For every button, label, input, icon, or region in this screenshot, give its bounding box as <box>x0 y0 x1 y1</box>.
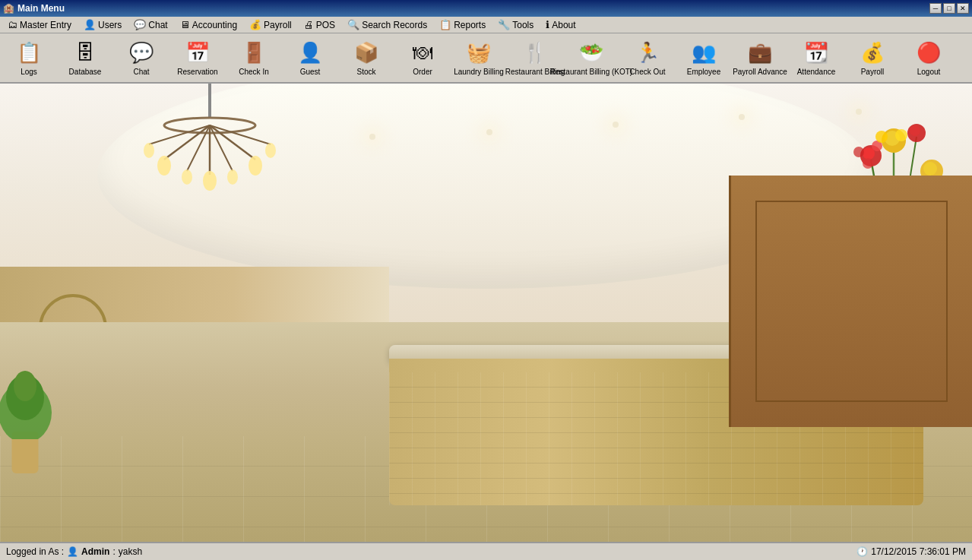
app-icon: 🏨 <box>3 3 14 14</box>
menu-bar: 🗂Master Entry👤Users💬Chat🖥Accounting💰Payr… <box>0 17 972 33</box>
svg-point-11 <box>144 143 154 158</box>
menu-icon-about: ℹ <box>546 19 549 30</box>
menu-item-master-entry[interactable]: 🗂Master Entry <box>2 17 78 33</box>
menu-icon-master-entry: 🗂 <box>8 19 17 30</box>
menu-icon-payroll: 💰 <box>249 19 261 30</box>
toolbar-btn-laundry-billing[interactable]: 🧺 Laundry Billing <box>451 36 506 80</box>
menu-icon-reports: 📋 <box>439 19 451 30</box>
toolbar-btn-attendance[interactable]: 📆 Attendance <box>789 36 844 80</box>
menu-item-users[interactable]: 👤Users <box>78 17 128 33</box>
toolbar-btn-database[interactable]: 🗄 Database <box>58 36 112 80</box>
menu-item-chat[interactable]: 💬Chat <box>128 17 173 33</box>
toolbar-btn-reservation[interactable]: 📅 Reservation <box>170 36 225 80</box>
menu-item-accounting[interactable]: 🖥Accounting <box>174 17 243 33</box>
toolbar-label-order: Order <box>413 68 432 77</box>
menu-item-payroll[interactable]: 💰Payroll <box>243 17 298 33</box>
app-title: Main Menu <box>17 3 65 14</box>
minimize-button[interactable]: ─ <box>929 3 942 14</box>
clock-icon: 🕐 <box>856 546 868 557</box>
admin-username: Admin <box>81 546 109 557</box>
logged-in-label: Logged in As : <box>6 546 64 557</box>
menu-item-reports[interactable]: 📋Reports <box>433 17 492 33</box>
svg-point-9 <box>157 156 171 176</box>
spotlight <box>486 129 492 135</box>
toolbar-icon-stock: 📦 <box>353 39 380 66</box>
toolbar-label-logs: Logs <box>21 68 37 77</box>
status-bar-left: Logged in As : 👤 Admin : yaksh <box>6 546 142 557</box>
toolbar-btn-stock[interactable]: 📦 Stock <box>339 36 394 80</box>
svg-point-15 <box>203 171 217 191</box>
spotlight <box>613 122 619 128</box>
user-status-icon: 👤 <box>67 546 78 557</box>
menu-item-pos[interactable]: 🖨POS <box>298 17 341 33</box>
toolbar-btn-logout[interactable]: 🔴 Logout <box>901 36 956 80</box>
toolbar-label-logout: Logout <box>917 68 941 77</box>
toolbar-label-payroll: Payroll <box>861 68 885 77</box>
toolbar-btn-order[interactable]: 🍽 Order <box>395 36 450 80</box>
toolbar-icon-logs: 📋 <box>15 39 43 66</box>
toolbar-icon-payroll-advance: 💼 <box>746 39 774 66</box>
title-bar: 🏨 Main Menu ─ □ ✕ <box>0 0 972 17</box>
toolbar-icon-check-in: 🚪 <box>240 39 268 66</box>
menu-item-search-records[interactable]: 🔍Search Records <box>341 17 433 33</box>
svg-point-38 <box>895 129 907 141</box>
menu-item-tools[interactable]: 🔧Tools <box>492 17 540 33</box>
menu-icon-search-records: 🔍 <box>347 19 359 30</box>
toolbar-label-attendance: Attendance <box>797 68 836 77</box>
toolbar-icon-guest: 👤 <box>296 39 324 66</box>
spotlight <box>739 114 745 120</box>
toolbar-btn-chat[interactable]: 💬 Chat <box>114 36 169 80</box>
menu-label-master-entry: Master Entry <box>20 20 71 30</box>
main-content <box>0 84 972 542</box>
toolbar-label-laundry-billing: Laundry Billing <box>454 68 504 77</box>
menu-icon-users: 👤 <box>84 19 96 30</box>
yaksh-name: yaksh <box>119 546 142 557</box>
title-bar-left: 🏨 Main Menu <box>3 3 65 14</box>
chandelier <box>126 84 293 251</box>
menu-item-about[interactable]: ℹAbout <box>540 17 581 33</box>
menu-label-reports: Reports <box>454 20 486 30</box>
menu-label-tools: Tools <box>512 20 533 30</box>
toolbar-label-check-out: Check Out <box>629 68 665 77</box>
toolbar-btn-restaurant-billing-kot[interactable]: 🥗 Restaurant Billing (KOT) <box>564 36 619 80</box>
toolbar-btn-check-out[interactable]: 🏃 Check Out <box>620 36 675 80</box>
toolbar-btn-logs[interactable]: 📋 Logs <box>2 36 56 80</box>
toolbar-btn-payroll[interactable]: 💰 Payroll <box>845 36 900 80</box>
hotel-background <box>0 84 972 542</box>
svg-point-37 <box>875 131 888 143</box>
menu-icon-tools: 🔧 <box>498 19 510 30</box>
datetime: 17/12/2015 7:36:01 PM <box>871 546 966 557</box>
svg-rect-0 <box>208 84 211 118</box>
toolbar-btn-guest[interactable]: 👤 Guest <box>283 36 337 80</box>
toolbar-btn-employee[interactable]: 👥 Employee <box>676 36 731 80</box>
svg-point-36 <box>863 158 873 169</box>
toolbar-btn-check-in[interactable]: 🚪 Check In <box>226 36 281 80</box>
wood-panel <box>729 176 972 428</box>
svg-point-41 <box>14 371 36 401</box>
svg-point-31 <box>923 162 937 176</box>
menu-label-accounting: Accounting <box>192 20 237 30</box>
toolbar-icon-restaurant-billing-kot: 🥗 <box>578 39 605 66</box>
toolbar-icon-database: 🗄 <box>71 39 99 66</box>
toolbar-icon-payroll: 💰 <box>859 39 886 66</box>
svg-point-14 <box>227 169 238 185</box>
svg-line-4 <box>149 125 210 144</box>
menu-label-search-records: Search Records <box>362 20 427 30</box>
menu-label-users: Users <box>98 20 122 30</box>
menu-label-payroll: Payroll <box>264 20 292 30</box>
svg-point-27 <box>910 125 920 136</box>
toolbar-label-employee: Employee <box>687 68 720 77</box>
toolbar-label-payroll-advance: Payroll Advance <box>733 68 787 77</box>
toolbar-label-reservation: Reservation <box>177 68 217 77</box>
menu-icon-accounting: 🖥 <box>180 19 190 30</box>
toolbar-icon-check-out: 🏃 <box>634 39 661 66</box>
status-bar-right: 🕐 17/12/2015 7:36:01 PM <box>856 546 966 557</box>
svg-point-13 <box>182 169 192 185</box>
small-plant <box>10 382 40 473</box>
toolbar-btn-payroll-advance[interactable]: 💼 Payroll Advance <box>733 36 787 80</box>
toolbar-label-stock: Stock <box>356 68 375 77</box>
close-button[interactable]: ✕ <box>957 3 969 14</box>
title-bar-controls: ─ □ ✕ <box>929 3 969 14</box>
maximize-button[interactable]: □ <box>943 3 955 14</box>
toolbar-icon-order: 🍽 <box>409 39 436 66</box>
